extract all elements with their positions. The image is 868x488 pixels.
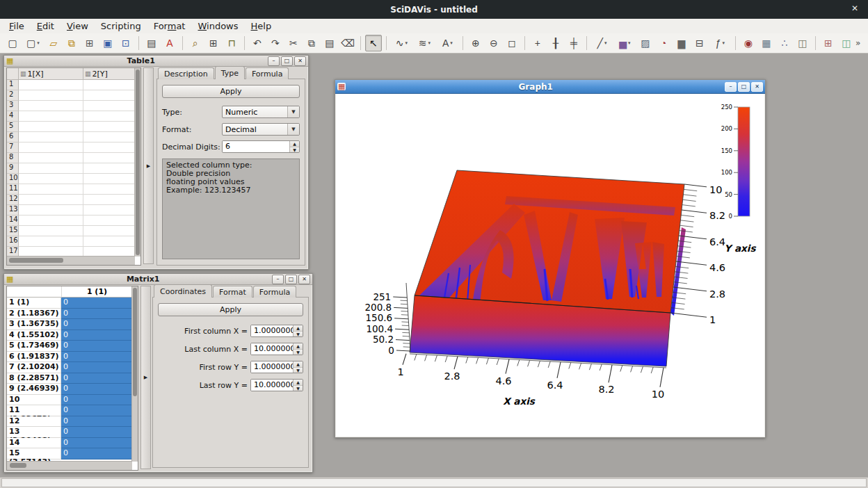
matrix1-title-bar[interactable]: ▦ Matrix1 – □ ✕ — [4, 274, 312, 285]
matrix-row-header[interactable]: 5 (1.73469) — [7, 341, 61, 352]
matrix1-tab-formula[interactable]: Formula — [253, 286, 296, 298]
row-number[interactable]: 16 — [7, 236, 19, 247]
last-column-x-spinbox[interactable]: 10.0000000▲▼ — [250, 343, 303, 355]
table1-panel-collapse-handle[interactable]: ▶ — [143, 67, 154, 264]
import-ascii-icon[interactable]: ⊞ — [81, 35, 98, 51]
row-number[interactable]: 5 — [7, 122, 19, 132]
matrix-row-header[interactable]: 2 (1.18367) — [7, 309, 61, 320]
graph1-canvas[interactable]: 251200.8150.6100.450.20 12.84.66.48.210 … — [336, 94, 764, 437]
menu-scripting[interactable]: Scripting — [95, 19, 147, 33]
scrollbar-thumb[interactable] — [10, 463, 26, 468]
table-cell[interactable] — [83, 132, 135, 143]
matrix-cell[interactable]: 0 — [61, 448, 132, 459]
matrix-cell[interactable]: 0 — [61, 319, 132, 330]
spin-up-icon[interactable]: ▲ — [294, 380, 303, 385]
matrix-row-header[interactable]: 7 (2.10204) — [7, 362, 61, 373]
menu-format[interactable]: Format — [147, 19, 192, 33]
menu-file[interactable]: File — [3, 19, 31, 33]
matrix-cell[interactable]: 0 — [61, 373, 132, 384]
row-number[interactable]: 8 — [7, 153, 19, 163]
dropdown-arrow-icon[interactable]: ▾ — [428, 40, 431, 46]
plot-pie-icon[interactable]: ◔ — [655, 35, 672, 51]
row-number[interactable]: 3 — [7, 101, 19, 111]
table-cell[interactable] — [19, 247, 83, 257]
table1-hscrollbar[interactable] — [7, 256, 135, 265]
matrix-row-header[interactable]: 12 (3.02041) — [7, 416, 61, 428]
matrix-row-header[interactable]: 3 (1.36735) — [7, 319, 61, 330]
table-cell[interactable] — [83, 236, 135, 247]
matrix-cell[interactable]: 0 — [61, 309, 132, 320]
chevron-down-icon[interactable]: ▼ — [287, 106, 299, 117]
table1-tab-description[interactable]: Description — [158, 67, 214, 79]
matrix-cell[interactable]: 0 — [61, 384, 132, 395]
table-cell[interactable] — [83, 122, 135, 132]
matrix-row-header[interactable]: 10 (2.65306) — [7, 395, 61, 406]
save-template-icon[interactable]: ⊡ — [118, 35, 134, 51]
open-project-icon[interactable]: ▱ — [45, 35, 62, 51]
undo-icon[interactable]: ↶ — [249, 35, 266, 51]
zoom-out-icon[interactable]: ⊖ — [485, 35, 502, 51]
matrix1-tab-coordinates[interactable]: Coordinates — [154, 284, 212, 298]
table1-column-header[interactable]: ▥1[X] — [19, 68, 83, 80]
last-row-y-spinbox[interactable]: 10.0000000▲▼ — [250, 379, 303, 391]
table-cell[interactable] — [19, 195, 83, 205]
row-number[interactable]: 15 — [7, 226, 19, 236]
matrix-row-header[interactable]: 1 (1) — [7, 298, 61, 309]
spin-down-icon[interactable]: ▼ — [294, 385, 303, 391]
spin-down-icon[interactable]: ▼ — [294, 331, 303, 337]
scrollbar-thumb[interactable] — [9, 258, 63, 263]
dropdown-arrow-icon[interactable]: ▾ — [628, 40, 631, 46]
matrix-cell[interactable]: 0 — [61, 427, 132, 438]
data-reader-icon[interactable]: + — [529, 35, 546, 51]
graph1-close-button[interactable]: ✕ — [751, 82, 763, 92]
preferences-table-icon[interactable]: ⊞ — [205, 35, 222, 51]
table-cell[interactable] — [83, 174, 135, 184]
decimal-digits-spinbox[interactable]: 6 ▲▼ — [222, 140, 300, 153]
row-number[interactable]: 2 — [7, 90, 19, 101]
matrix-cell[interactable]: 0 — [61, 341, 132, 352]
matrix-row-header[interactable]: 9 (2.46939) — [7, 384, 61, 395]
matrix1-grid[interactable]: 1 (1) 1 (1)02 (1.18367)03 (1.36735)04 (1… — [6, 286, 138, 471]
print-icon[interactable]: ▤ — [143, 35, 160, 51]
matrix1-tab-format[interactable]: Format — [213, 286, 252, 298]
row-number[interactable]: 1 — [7, 80, 19, 90]
first-column-x-spinbox[interactable]: 1.00000000▲▼ — [250, 325, 303, 337]
table-cell[interactable] — [19, 153, 83, 163]
redo-icon[interactable]: ↷ — [267, 35, 284, 51]
plot-box-icon[interactable]: ⊟ — [691, 35, 708, 51]
matrix-row-header[interactable]: 8 (2.28571) — [7, 373, 61, 384]
cut-icon[interactable]: ✂ — [285, 35, 302, 51]
new-aside-icon[interactable]: ▢▾ — [22, 35, 44, 51]
matrix-row-header[interactable]: 11 (2.83673) — [7, 405, 61, 416]
table1-tab-type[interactable]: Type — [215, 66, 245, 79]
spin-up-icon[interactable]: ▲ — [290, 141, 299, 147]
table-cell[interactable] — [83, 90, 135, 101]
matrix-cell[interactable]: 0 — [61, 298, 132, 309]
menu-windows[interactable]: Windows — [191, 19, 244, 33]
matrix1-close-button[interactable]: ✕ — [298, 275, 310, 284]
matrix1-minimize-button[interactable]: – — [272, 275, 284, 284]
matrix1-hscrollbar[interactable] — [7, 461, 132, 470]
spin-down-icon[interactable]: ▼ — [290, 147, 299, 153]
row-number[interactable]: 7 — [7, 143, 19, 153]
matrix1-maximize-button[interactable]: □ — [285, 275, 297, 284]
matrix1-apply-button[interactable]: Apply — [158, 303, 303, 316]
table1-minimize-button[interactable]: – — [268, 56, 280, 66]
matrix-cell[interactable]: 0 — [61, 352, 132, 363]
add-matrix-column-icon[interactable]: ◫ — [838, 35, 855, 51]
scrollbar-thumb[interactable] — [133, 288, 137, 396]
table-cell[interactable] — [83, 101, 135, 111]
table-cell[interactable] — [19, 163, 83, 174]
spin-down-icon[interactable]: ▼ — [294, 349, 303, 355]
pointer-icon[interactable]: ↖ — [365, 35, 382, 51]
matrix1-vscrollbar[interactable] — [131, 286, 138, 462]
graph1-maximize-button[interactable]: □ — [738, 82, 750, 92]
save-project-icon[interactable]: ▣ — [99, 35, 116, 51]
table-cell[interactable] — [83, 205, 135, 215]
copy-icon[interactable]: ⧉ — [303, 35, 320, 51]
type-combobox[interactable]: Numeric ▼ — [222, 106, 300, 118]
matrix-row-header[interactable]: 15 (3.57143) — [7, 448, 61, 459]
menu-view[interactable]: View — [61, 19, 95, 33]
draw-line-icon[interactable]: ╱▾ — [591, 35, 613, 51]
table-cell[interactable] — [83, 111, 135, 122]
